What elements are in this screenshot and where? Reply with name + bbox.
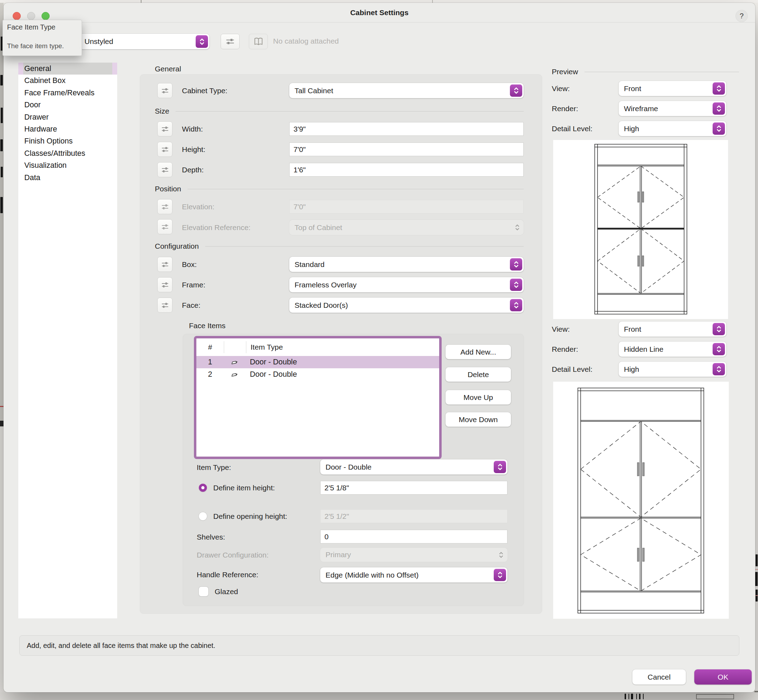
preview2-render-select[interactable]: Hidden Line (619, 342, 726, 357)
preview2-detail-select[interactable]: High (619, 362, 726, 377)
row-item-type: Door - Double (246, 358, 439, 367)
sidebar-item-face-frame-reveals[interactable]: Face Frame/Reveals (18, 87, 117, 99)
configuration-section-header: Configuration (155, 242, 524, 250)
preview-detail-select[interactable]: High (619, 121, 726, 136)
cabinet-type-select[interactable]: Tall Cabinet (289, 83, 524, 98)
background-sliver-bottom (0, 692, 758, 700)
stepper-icon (713, 82, 725, 95)
ok-button[interactable]: OK (694, 669, 752, 684)
frame-options-button[interactable] (157, 277, 172, 292)
sidebar-item-finish-options[interactable]: Finish Options (18, 135, 117, 147)
add-new-button[interactable]: Add New... (445, 345, 511, 359)
preview-render-select[interactable]: Wireframe (619, 101, 726, 116)
sidebar-item-data[interactable]: Data (18, 172, 117, 184)
screen: Cabinet Settings ? Unstyled No catalog a… (0, 0, 758, 700)
elevation-reference-value: Top of Cabinet (294, 223, 342, 232)
preview-detail-label: Detail Level: (552, 125, 593, 133)
sidebar-item-visualization[interactable]: Visualization (18, 159, 117, 171)
preview2-view-select[interactable]: Front (619, 322, 726, 337)
move-up-button[interactable]: Move Up (445, 390, 511, 405)
define-item-height-label: Define item height: (213, 484, 275, 492)
define-opening-height-label: Define opening height: (213, 512, 287, 520)
define-opening-height-input (320, 509, 507, 523)
preview-view-select[interactable]: Front (619, 81, 726, 96)
drawer-configuration-label: Drawer Configuration: (197, 551, 268, 559)
size-section-header: Size (155, 107, 524, 116)
cabinet-preview-hidden-line (553, 382, 729, 619)
pencil-icon (224, 358, 246, 367)
face-items-table[interactable]: # Item Type 1 Door - Double 2 Door - Dou… (194, 336, 442, 459)
stepper-icon (510, 299, 522, 311)
define-item-height-radio[interactable] (199, 484, 207, 492)
style-select[interactable]: Unstyled (79, 34, 209, 49)
glazed-label: Glazed (215, 588, 238, 596)
box-options-button[interactable] (157, 257, 172, 272)
background-sliver-top (0, 0, 758, 3)
preview2-view-label: View: (552, 325, 570, 333)
sliders-icon (160, 301, 170, 310)
depth-options-button[interactable] (157, 162, 172, 177)
sidebar-item-cabinet-box[interactable]: Cabinet Box (18, 75, 117, 86)
glazed-checkbox[interactable] (199, 587, 208, 596)
define-item-height-input[interactable] (320, 481, 507, 495)
face-options-button[interactable] (157, 298, 172, 313)
cancel-button[interactable]: Cancel (633, 669, 686, 684)
tooltip-title: Face Item Type (7, 23, 55, 31)
sidebar-item-classes-attributes[interactable]: Classes/Attributes (18, 147, 117, 159)
tooltip-body: The face item type. (7, 42, 64, 50)
elevation-ref-options-button[interactable] (157, 219, 172, 234)
sidebar-item-hardware[interactable]: Hardware (18, 123, 117, 135)
depth-input[interactable] (289, 163, 524, 177)
stepper-icon (510, 84, 522, 97)
elevation-options-button[interactable] (157, 199, 172, 214)
cabinet-preview-wireframe (553, 140, 728, 319)
face-items-table-header: # Item Type (196, 338, 439, 356)
table-row[interactable]: 2 Door - Double (196, 368, 439, 381)
sliders-icon (225, 37, 235, 47)
sliders-icon (160, 125, 170, 134)
sidebar-item-door[interactable]: Door (18, 99, 117, 111)
table-row[interactable]: 1 Door - Double (196, 356, 439, 368)
preview2-render-label: Render: (552, 345, 578, 353)
box-value: Standard (294, 260, 324, 269)
item-type-select[interactable]: Door - Double (320, 459, 507, 475)
elevation-label: Elevation: (182, 203, 214, 211)
face-items-title: Face Items (189, 322, 226, 330)
stepper-icon (510, 278, 522, 291)
catalog-button[interactable] (249, 34, 268, 49)
chevrons-icon (498, 548, 504, 562)
height-input[interactable] (289, 142, 524, 156)
face-select[interactable]: Stacked Door(s) (289, 298, 524, 313)
width-options-button[interactable] (157, 121, 172, 136)
preview2-view-value: Front (624, 325, 641, 333)
stepper-icon (510, 258, 522, 270)
book-icon (253, 37, 264, 47)
box-label: Box: (182, 260, 197, 269)
sliders-icon (160, 280, 170, 289)
style-options-button[interactable] (221, 34, 240, 49)
position-section-title: Position (155, 185, 181, 193)
shelves-input[interactable] (320, 530, 507, 544)
delete-button[interactable]: Delete (445, 367, 511, 382)
sidebar-item-drawer[interactable]: Drawer (18, 111, 117, 123)
box-select[interactable]: Standard (289, 257, 524, 272)
help-button[interactable]: ? (736, 10, 747, 22)
define-opening-height-radio[interactable] (199, 512, 207, 520)
pencil-icon (224, 370, 246, 379)
width-input[interactable] (289, 122, 524, 136)
cabinet-settings-dialog: Cabinet Settings ? Unstyled No catalog a… (3, 3, 755, 692)
sidebar-item-general[interactable]: General (18, 62, 117, 75)
cabinet-type-options-button[interactable] (157, 83, 172, 98)
drawer-configuration-value: Primary (326, 550, 351, 559)
handle-reference-select[interactable]: Edge (Middle with no Offset) (320, 567, 507, 583)
height-options-button[interactable] (157, 142, 172, 157)
item-type-value: Door - Double (326, 463, 372, 471)
status-info-bar: Add, edit, and delete all face items tha… (19, 635, 739, 656)
column-header-item-type: Item Type (246, 343, 439, 352)
frame-select[interactable]: Frameless Overlay (289, 277, 524, 292)
preview2-detail-label: Detail Level: (552, 365, 593, 373)
preview2-detail-value: High (624, 365, 639, 373)
move-down-button[interactable]: Move Down (445, 412, 511, 427)
handle-reference-label: Handle Reference: (197, 570, 258, 579)
tooltip: Face Item Type The face item type. (2, 20, 82, 56)
